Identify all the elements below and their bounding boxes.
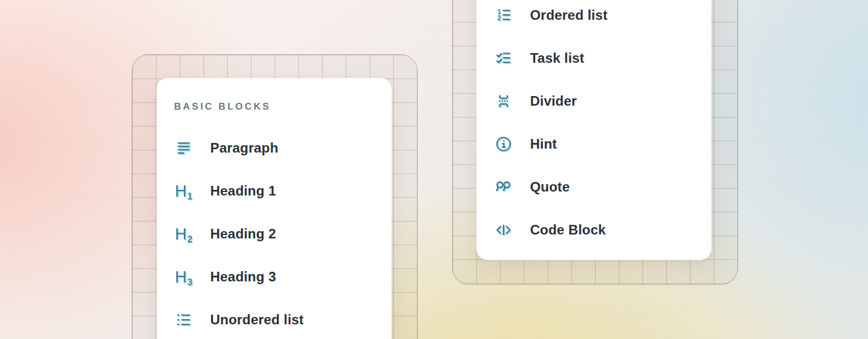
- task-list-icon: [494, 49, 513, 68]
- menu-item-quote[interactable]: Quote: [476, 166, 711, 208]
- unordered-list-icon: [174, 310, 193, 329]
- menu-item-label: Heading 2: [210, 226, 276, 242]
- code-block-icon: [494, 220, 513, 240]
- menu-item-label: Quote: [530, 179, 570, 195]
- menu-item-code-block[interactable]: Code Block: [476, 208, 711, 251]
- heading-3-icon: H3: [174, 267, 193, 286]
- menu-item-ordered-list[interactable]: 12Ordered list: [476, 0, 711, 37]
- menu-item-label: Heading 3: [210, 269, 276, 285]
- menu-item-heading-3[interactable]: H3Heading 3: [157, 255, 392, 298]
- menu-item-label: Code Block: [530, 222, 606, 238]
- menu-item-label: Heading 1: [210, 183, 276, 199]
- menu-item-paragraph[interactable]: Paragraph: [157, 127, 392, 169]
- menu-item-label: Paragraph: [210, 140, 279, 156]
- quote-icon: [494, 177, 513, 197]
- insert-blocks-menu: 12Ordered listTask listDividerHintQuoteC…: [476, 0, 711, 260]
- menu-item-divider[interactable]: Divider: [476, 80, 711, 123]
- menu-item-label: Hint: [530, 136, 557, 152]
- menu-item-label: Ordered list: [530, 7, 607, 23]
- insert-blocks-items: 12Ordered listTask listDividerHintQuoteC…: [476, 0, 711, 251]
- menu-item-heading-2[interactable]: H2Heading 2: [157, 212, 392, 255]
- menu-item-heading-1[interactable]: H1Heading 1: [157, 169, 392, 212]
- menu-item-label: Divider: [530, 93, 577, 109]
- menu-item-unordered-list[interactable]: Unordered list: [157, 298, 392, 339]
- menu-item-task-list[interactable]: Task list: [476, 37, 711, 80]
- menu-section-header: BASIC BLOCKS: [174, 101, 392, 112]
- hint-icon: [494, 134, 513, 154]
- menu-item-hint[interactable]: Hint: [476, 123, 711, 166]
- heading-1-icon: H1: [174, 181, 193, 201]
- block-menu-hero: BASIC BLOCKS ParagraphH1Heading 1H2Headi…: [0, 0, 868, 339]
- divider-icon: [494, 92, 513, 111]
- ordered-list-icon: 12: [494, 6, 513, 25]
- basic-blocks-menu: BASIC BLOCKS ParagraphH1Heading 1H2Headi…: [157, 78, 392, 339]
- menu-item-label: Unordered list: [210, 312, 304, 328]
- menu-item-label: Task list: [530, 50, 584, 66]
- heading-2-icon: H2: [174, 224, 193, 244]
- paragraph-icon: [174, 138, 193, 158]
- basic-blocks-items: ParagraphH1Heading 1H2Heading 2H3Heading…: [157, 127, 392, 339]
- svg-text:2: 2: [497, 14, 501, 22]
